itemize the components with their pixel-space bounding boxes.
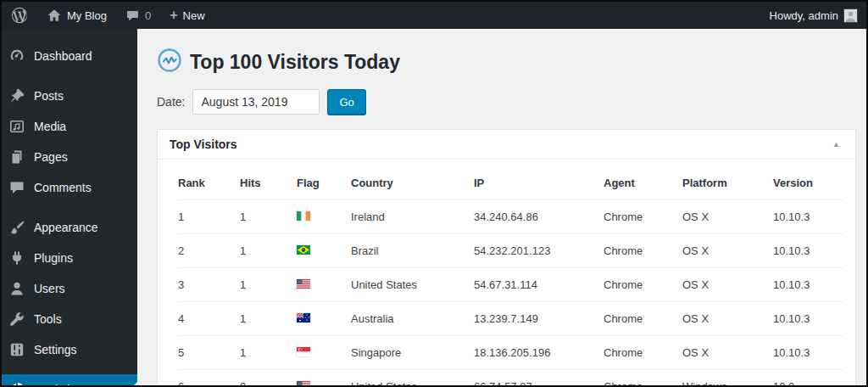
australia-flag-icon [297,313,310,322]
rank-cell: 2 [178,234,240,268]
wordpress-logo-icon [11,7,28,24]
admin-body: DashboardPostsMediaPagesCommentsAppearan… [2,29,866,385]
country-cell: Australia [351,302,474,336]
column-header-ip: IP [474,164,604,200]
media-icon [8,118,25,135]
sidebar-item-label: Statistics [34,382,81,387]
platform-cell: OS X [682,302,773,336]
wp-statistics-logo-icon [157,48,182,76]
table-header-row: RankHitsFlagCountryIPAgentPlatformVersio… [178,164,843,200]
sidebar-item-label: Dashboard [34,48,92,64]
hits-cell: 1 [240,268,297,302]
settings-icon [8,341,25,358]
version-cell: 10.10.3 [773,200,843,234]
wp-logo-menu[interactable] [2,2,37,29]
admin-bar-site-menu[interactable]: My Blog [37,2,116,29]
column-header-rank: Rank [178,164,240,200]
column-header-hits: Hits [240,164,297,200]
home-icon [47,8,62,23]
sidebar-item-statistics[interactable]: Statistics [2,374,137,387]
comment-bubble-icon [125,8,140,23]
visitors-table: RankHitsFlagCountryIPAgentPlatformVersio… [178,164,843,385]
pie-chart-icon [8,381,25,387]
comment-icon [8,179,25,196]
agent-cell: Chrome [604,200,682,234]
flag-cell [297,336,351,370]
sidebar-item-plugins[interactable]: Plugins [2,243,137,273]
pages-icon [8,149,25,165]
flag-cell [297,302,351,336]
wp-admin-bar: My Blog 0 + New Howdy, admin [2,2,866,29]
collapse-toggle-icon[interactable]: ▲ [829,138,843,150]
agent-cell: Chrome [604,234,682,268]
date-label: Date: [157,95,185,109]
page-title: Top 100 Visitors Today [190,51,400,74]
version-cell: 10.10.3 [773,302,843,336]
platform-cell: OS X [682,234,773,268]
sidebar-item-label: Comments [34,180,92,195]
plugin-icon [8,250,25,266]
admin-bar-new[interactable]: + New [160,2,214,29]
country-cell: United States [351,370,474,386]
rank-cell: 4 [178,302,240,336]
sidebar-item-comments[interactable]: Comments [2,172,137,203]
new-label: New [183,9,205,22]
sidebar-item-label: Users [34,281,65,296]
column-header-country: Country [351,164,474,200]
agent-cell: Chrome [604,370,682,386]
ip-cell: 34.240.64.86 [474,200,604,234]
country-cell: United States [351,268,474,302]
sidebar-item-dashboard[interactable]: Dashboard [2,41,137,71]
howdy-text: Howdy, admin [770,9,838,22]
ip-cell: 54.232.201.123 [474,234,604,268]
sidebar-item-users[interactable]: Users [2,273,137,304]
column-header-agent: Agent [604,164,682,200]
platform-cell: Windows [682,370,773,386]
panel-header: Top Visitors ▲ [158,130,855,160]
sidebar-item-label: Tools [34,311,62,327]
browser-viewport: My Blog 0 + New Howdy, admin [0,0,868,387]
top-visitors-panel: Top Visitors ▲ RankHitsFlagCountryIPAgen… [157,129,856,385]
brazil-flag-icon [297,245,310,255]
ip-cell: 54.67.31.114 [474,268,604,302]
ireland-flag-icon [297,211,310,221]
sidebar-item-media[interactable]: Media [2,111,137,142]
hits-cell: 0 [240,370,297,386]
agent-cell: Chrome [604,336,682,370]
united-states-flag-icon [297,381,310,385]
dashboard-icon [8,48,25,64]
sidebar-item-label: Posts [34,88,64,104]
country-cell: Brazil [351,234,474,268]
admin-bar-comments[interactable]: 0 [116,2,160,29]
admin-bar-account[interactable]: Howdy, admin [760,2,866,29]
sidebar-item-appearance[interactable]: Appearance [2,212,137,243]
platform-cell: OS X [682,336,773,370]
sidebar-item-tools[interactable]: Tools [2,304,137,334]
admin-bar-right: Howdy, admin [760,2,866,29]
platform-cell: OS X [682,200,773,234]
sidebar-item-posts[interactable]: Posts [2,81,137,111]
hits-cell: 1 [240,200,297,234]
platform-cell: OS X [682,268,773,302]
flag-cell [297,200,351,234]
table-row: 31United States54.67.31.114ChromeOS X10.… [178,268,843,302]
wrench-icon [8,311,25,328]
hits-cell: 1 [240,302,297,336]
rank-cell: 5 [178,336,240,370]
page-content: Top 100 Visitors Today Date: Go Top Visi… [137,29,866,385]
page-title-row: Top 100 Visitors Today [157,48,856,76]
date-input[interactable] [192,89,320,115]
sidebar-menu: DashboardPostsMediaPagesCommentsAppearan… [2,29,137,385]
version-cell: 10.10.3 [773,234,843,268]
rank-cell: 1 [178,200,240,234]
sidebar-item-settings[interactable]: Settings [2,334,137,365]
version-cell: 10.0 [773,370,843,386]
sidebar-item-pages[interactable]: Pages [2,142,137,172]
sidebar-item-label: Pages [34,149,68,165]
user-icon [8,280,25,297]
version-cell: 10.10.3 [773,336,843,370]
ip-cell: 18.136.205.196 [474,336,604,370]
country-cell: Singapore [351,336,474,370]
ip-cell: 66.74.57.87 [474,370,604,386]
go-button[interactable]: Go [327,89,365,115]
